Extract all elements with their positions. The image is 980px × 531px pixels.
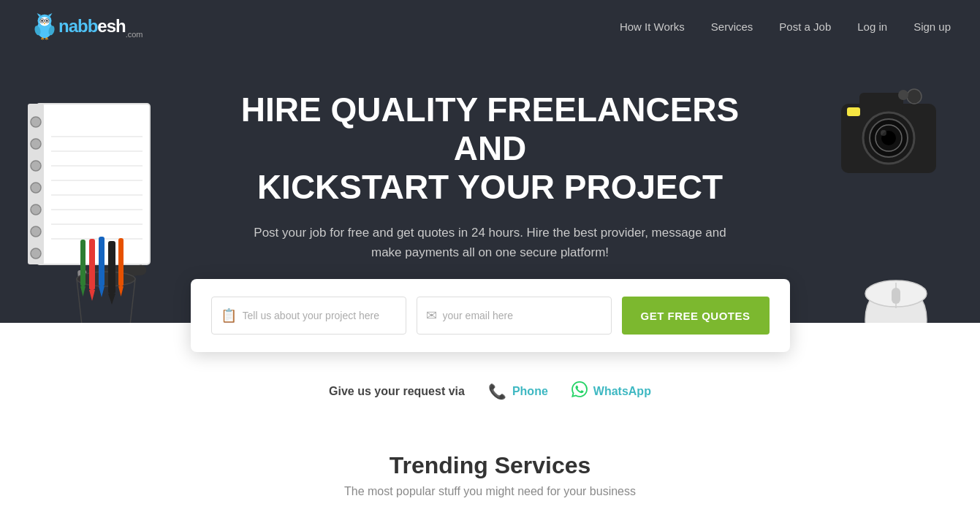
whatsapp-link[interactable]: WhatsApp (571, 381, 651, 401)
nav-how-it-works[interactable]: How It Works (620, 20, 685, 33)
project-input-wrapper: 📋 (211, 297, 406, 335)
svg-point-25 (31, 183, 41, 193)
phone-icon: 📞 (488, 383, 506, 400)
owl-icon (31, 12, 58, 40)
hero-title: HIRE QUALITY FREELANCERS AND KICKSTART Y… (205, 91, 775, 207)
svg-rect-40 (859, 93, 903, 111)
nav-services[interactable]: Services (711, 20, 753, 33)
hero-subtitle: Post your job for free and get quotes in… (242, 223, 739, 262)
whatsapp-label: WhatsApp (593, 385, 651, 398)
svg-point-9 (42, 20, 43, 20)
navbar: nabbesh.com How It Works Services Post a… (0, 0, 980, 53)
nav-links: How It Works Services Post a Job Log in … (620, 20, 951, 33)
logo-dotcom: .com (126, 30, 143, 39)
nav-post-a-job[interactable]: Post a Job (779, 20, 831, 33)
trending-subtitle: The most popular stuff you might need fo… (15, 485, 965, 498)
whatsapp-icon (571, 381, 588, 401)
phone-link[interactable]: 📞 Phone (488, 383, 548, 400)
get-quotes-button[interactable]: GET FREE QUOTES (622, 297, 770, 335)
phone-label: Phone (512, 385, 548, 398)
svg-point-7 (41, 20, 43, 22)
svg-point-45 (881, 130, 886, 136)
svg-rect-46 (847, 107, 860, 116)
email-input[interactable] (443, 310, 602, 321)
svg-point-26 (31, 205, 41, 215)
svg-point-10 (47, 20, 48, 20)
nav-signup[interactable]: Sign up (913, 20, 951, 33)
contact-via-label: Give us your request via (329, 385, 465, 398)
quote-form: 📋 ✉ GET FREE QUOTES (191, 279, 790, 352)
deco-camera (834, 75, 943, 206)
clipboard-icon: 📋 (221, 307, 237, 324)
svg-point-28 (31, 248, 41, 259)
svg-point-47 (907, 89, 922, 104)
svg-point-27 (31, 226, 41, 237)
svg-point-8 (46, 20, 48, 22)
svg-point-23 (31, 139, 41, 149)
logo-text-besh: esh (97, 16, 125, 37)
svg-point-22 (31, 117, 41, 127)
contact-via-section: Give us your request via 📞 Phone WhatsAp… (0, 381, 980, 401)
email-icon: ✉ (426, 307, 437, 324)
svg-point-48 (898, 90, 908, 100)
project-input[interactable] (243, 310, 397, 321)
logo[interactable]: nabbesh.com (29, 12, 143, 40)
nav-login[interactable]: Log in (857, 20, 887, 33)
quote-form-wrapper: 📋 ✉ GET FREE QUOTES (0, 279, 980, 352)
logo-text-nab: nabb (58, 16, 97, 37)
svg-point-24 (31, 161, 41, 171)
trending-section: Trending Services The most popular stuff… (0, 438, 980, 498)
email-input-wrapper: ✉ (417, 297, 612, 335)
trending-title: Trending Services (15, 452, 965, 479)
